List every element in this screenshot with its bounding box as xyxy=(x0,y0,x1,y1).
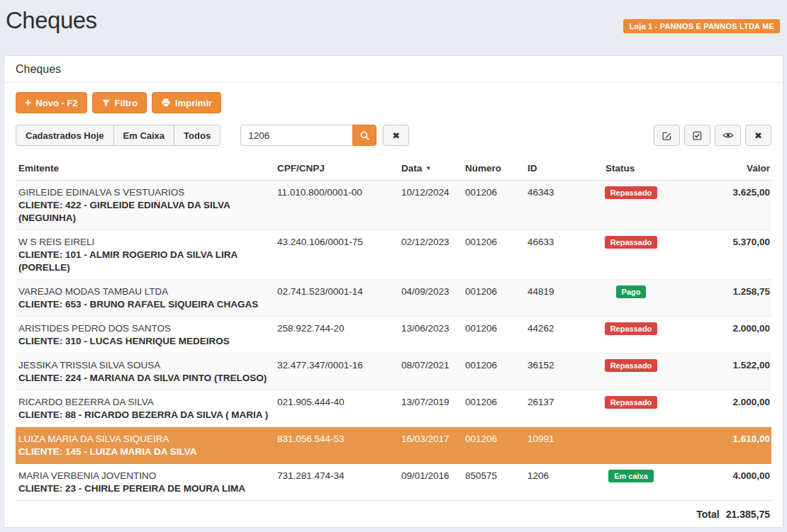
data-cell: 04/09/2023 xyxy=(398,285,462,311)
toolbar: + Novo - F2 Filtro Imprimir xyxy=(16,92,771,113)
cliente-info: CLIENTE: 23 - CHIRLE PEREIRA DE MOURA LI… xyxy=(18,482,274,495)
id-cell: 46633 xyxy=(525,236,603,274)
status-cell: Repassado xyxy=(603,236,659,274)
col-data[interactable]: Data▼ xyxy=(398,163,462,174)
numero-cell: 001206 xyxy=(462,322,525,348)
view-button[interactable] xyxy=(715,125,741,146)
search-input[interactable] xyxy=(240,125,352,146)
status-badge: Repassado xyxy=(605,186,658,199)
valor-cell: 2.000,00 xyxy=(659,322,771,348)
valor-cell: 1.610,00 xyxy=(659,433,771,458)
col-status: Status xyxy=(603,163,659,174)
data-cell: 16/03/2017 xyxy=(398,433,462,458)
cpf-cnpj-cell: 11.010.800/0001-00 xyxy=(274,186,398,225)
emitente-name: LUIZA MARIA DA SILVA SIQUEIRA xyxy=(18,433,274,446)
emitente-name: JESSIKA TRISSIA SILVA SOUSA xyxy=(18,359,274,372)
status-cell xyxy=(603,433,659,458)
numero-cell: 001206 xyxy=(462,285,525,311)
valor-cell: 2.000,00 xyxy=(659,396,771,421)
x-icon: ✖ xyxy=(392,130,400,141)
page-header: Cheques Loja 1 - PANNOS E PANNOS LTDA ME xyxy=(0,0,787,55)
close-button[interactable]: ✖ xyxy=(745,125,771,146)
total-label: Total xyxy=(696,509,719,520)
tab-todos[interactable]: Todos xyxy=(174,125,221,146)
id-cell: 36152 xyxy=(525,359,603,385)
cliente-info: CLIENTE: 101 - ALMIR ROGERIO DA SILVA LI… xyxy=(18,249,274,274)
valor-cell: 5.370,00 xyxy=(659,236,771,274)
table-header: Emitente CPF/CNPJ Data▼ Número ID Status… xyxy=(16,160,771,181)
table-row[interactable]: GIRLEIDE EDINALVA S VESTUARIOS CLIENTE: … xyxy=(16,181,771,230)
emitente-name: VAREJAO MODAS TAMBAU LTDA xyxy=(18,285,274,298)
table-row[interactable]: JESSIKA TRISSIA SILVA SOUSA CLIENTE: 224… xyxy=(16,353,771,390)
edit-button[interactable] xyxy=(654,125,680,146)
panel-title: Cheques xyxy=(4,56,783,83)
check-square-button[interactable] xyxy=(684,125,710,146)
status-badge: Repassado xyxy=(605,359,658,372)
cpf-cnpj-cell: 43.240.106/0001-75 xyxy=(274,236,398,274)
cpf-cnpj-cell: 021.905.444-40 xyxy=(274,396,398,421)
check-square-icon xyxy=(692,130,703,141)
cliente-info: CLIENTE: 145 - LUIZA MARIA DA SILVA xyxy=(18,446,274,458)
status-badge: Em caixa xyxy=(608,470,654,482)
filter-button[interactable]: Filtro xyxy=(92,92,147,113)
valor-cell: 3.625,00 xyxy=(659,186,771,225)
filter-tabs: Cadastrados Hoje Em Caixa Todos xyxy=(16,125,221,146)
eye-icon xyxy=(722,130,734,141)
status-cell: Repassado xyxy=(603,186,659,225)
col-emitente: Emitente xyxy=(16,163,274,174)
emitente-name: RICARDO BEZERRA DA SILVA xyxy=(18,396,274,409)
search-group xyxy=(240,125,376,146)
cliente-info: CLIENTE: 88 - RICARDO BEZERRA DA SILVA (… xyxy=(18,409,274,421)
page-title: Cheques xyxy=(6,7,97,34)
status-cell: Pago xyxy=(603,285,659,311)
status-badge: Repassado xyxy=(605,396,658,409)
total-row: Total21.385,75 xyxy=(16,500,771,520)
cpf-cnpj-cell: 02.741.523/0001-14 xyxy=(274,285,398,311)
emitente-name: ARISTIDES PEDRO DOS SANTOS xyxy=(18,322,274,335)
status-badge: Repassado xyxy=(605,322,658,335)
printer-icon xyxy=(161,98,171,108)
emitente-name: GIRLEIDE EDINALVA S VESTUARIOS xyxy=(18,186,274,199)
cliente-info: CLIENTE: 310 - LUCAS HENRIQUE MEDEIROS xyxy=(18,335,274,348)
status-cell: Repassado xyxy=(603,396,659,421)
pencil-square-icon xyxy=(662,130,672,141)
valor-cell: 1.258,75 xyxy=(659,285,771,311)
data-cell: 02/12/2023 xyxy=(398,236,462,274)
data-cell: 13/06/2023 xyxy=(398,322,462,348)
cheques-table: Emitente CPF/CNPJ Data▼ Número ID Status… xyxy=(16,160,771,520)
table-row[interactable]: ARISTIDES PEDRO DOS SANTOS CLIENTE: 310 … xyxy=(16,317,771,353)
col-cpf-cnpj: CPF/CNPJ xyxy=(274,163,398,174)
status-badge: Pago xyxy=(616,285,647,298)
cheques-panel: Cheques + Novo - F2 Filtro xyxy=(4,55,783,528)
funnel-icon xyxy=(101,98,111,108)
table-row[interactable]: VAREJAO MODAS TAMBAU LTDA CLIENTE: 653 -… xyxy=(16,280,771,317)
search-button[interactable] xyxy=(352,125,376,146)
table-row[interactable]: MARIA VERBENIA JOVENTINO CLIENTE: 23 - C… xyxy=(16,464,771,501)
cliente-info: CLIENTE: 653 - BRUNO RAFAEL SIQUEIRA CHA… xyxy=(18,298,274,311)
emitente-name: W S REIS EIRELI xyxy=(18,236,274,249)
table-row[interactable]: W S REIS EIRELI CLIENTE: 101 - ALMIR ROG… xyxy=(16,230,771,280)
tab-em-caixa[interactable]: Em Caixa xyxy=(113,125,175,146)
row-action-buttons: ✖ xyxy=(654,125,771,146)
clear-search-button[interactable]: ✖ xyxy=(383,125,409,146)
print-button[interactable]: Imprimir xyxy=(152,92,221,113)
table-row[interactable]: LUIZA MARIA DA SILVA SIQUEIRA CLIENTE: 1… xyxy=(16,427,771,464)
id-cell: 44262 xyxy=(525,322,603,348)
new-button[interactable]: + Novo - F2 xyxy=(16,92,87,113)
cpf-cnpj-cell: 32.477.347/0001-16 xyxy=(274,359,398,385)
total-value: 21.385,75 xyxy=(726,509,770,520)
tab-cadastrados-hoje[interactable]: Cadastrados Hoje xyxy=(16,125,114,146)
table-row[interactable]: RICARDO BEZERRA DA SILVA CLIENTE: 88 - R… xyxy=(16,390,771,427)
table-body: GIRLEIDE EDINALVA S VESTUARIOS CLIENTE: … xyxy=(16,181,771,501)
data-cell: 08/07/2021 xyxy=(398,359,462,385)
valor-cell: 4.000,00 xyxy=(659,470,771,495)
cpf-cnpj-cell: 258.922.744-20 xyxy=(274,322,398,348)
cliente-info: CLIENTE: 224 - MARIANA DA SILVA PINTO (T… xyxy=(18,372,274,385)
status-cell: Em caixa xyxy=(603,470,659,495)
status-cell: Repassado xyxy=(603,322,659,348)
sort-desc-icon: ▼ xyxy=(425,165,431,171)
cpf-cnpj-cell: 731.281.474-34 xyxy=(274,470,398,495)
numero-cell: 850575 xyxy=(462,470,525,495)
store-badge[interactable]: Loja 1 - PANNOS E PANNOS LTDA ME xyxy=(623,19,780,33)
col-valor: Valor xyxy=(659,163,771,174)
